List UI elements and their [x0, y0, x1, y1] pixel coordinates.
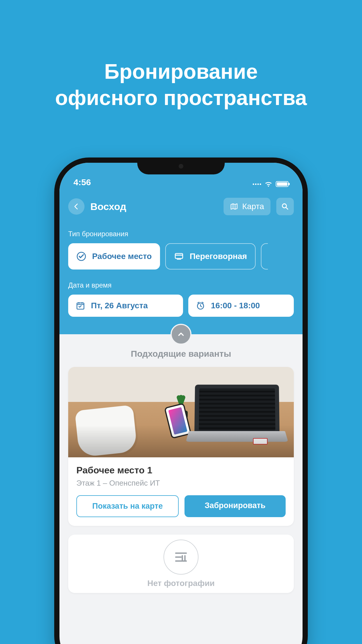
meeting-room-icon [174, 251, 184, 261]
workspace-card-floor: Этаж 1 [76, 479, 101, 487]
booking-type-meeting-room-label: Переговорная [190, 252, 247, 261]
booking-type-meeting-room[interactable]: Переговорная [165, 243, 256, 270]
arrow-left-icon [73, 203, 80, 210]
svg-rect-2 [175, 253, 183, 258]
chevron-up-icon [177, 330, 185, 339]
marketing-title-line2: офисного пространства [0, 85, 362, 111]
search-icon [281, 202, 289, 211]
workspace-card-actions: Показать на карте Забронировать [76, 495, 286, 517]
placeholder-label: Нет фотографии [147, 579, 215, 588]
no-photo-icon [164, 540, 198, 575]
date-value: Пт, 26 Августа [91, 301, 148, 310]
marketing-title-line1: Бронирование [0, 58, 362, 85]
calendar-check-icon [76, 301, 85, 310]
workspace-card-image [68, 367, 294, 457]
booking-type-workplace[interactable]: Рабочее место [68, 243, 160, 270]
workspace-card-subtitle: Этаж 1 – Опенспейс ИТ [76, 479, 286, 488]
phone-frame: 4:56 Восход Карта [54, 158, 308, 644]
phone-notch [137, 158, 225, 174]
booking-type-row: Рабочее место Переговорная [68, 243, 294, 270]
datetime-row: Пт, 26 Августа 16:00 - 18:00 [68, 295, 294, 317]
book-button[interactable]: Забронировать [184, 495, 286, 517]
time-picker[interactable]: 16:00 - 18:00 [188, 295, 294, 317]
results-label: Подходящие варианты [68, 349, 294, 359]
check-circle-icon [76, 251, 86, 261]
collapse-filters-button[interactable] [171, 324, 191, 345]
map-button[interactable]: Карта [224, 198, 270, 215]
clock-icon [196, 301, 205, 310]
workspace-card-title: Рабочее место 1 [76, 465, 286, 476]
time-value: 16:00 - 18:00 [211, 301, 260, 310]
filters-panel: 4:56 Восход Карта [59, 163, 303, 334]
workspace-card-placeholder[interactable]: Нет фотографии [68, 535, 294, 593]
workspace-card[interactable]: Рабочее место 1 Этаж 1 – Опенспейс ИТ По… [68, 367, 294, 526]
map-icon [230, 202, 238, 211]
map-button-label: Карта [242, 202, 264, 211]
search-button[interactable] [276, 198, 294, 215]
status-icons [253, 181, 289, 187]
app-screen: 4:56 Восход Карта [59, 163, 303, 644]
wifi-icon [264, 181, 273, 187]
battery-icon [276, 181, 289, 187]
page-title: Восход [90, 201, 218, 212]
header-row: Восход Карта [68, 189, 294, 218]
datetime-label: Дата и время [68, 281, 294, 289]
placeholder-body: Нет фотографии [68, 535, 294, 593]
booking-type-workplace-label: Рабочее место [92, 252, 152, 261]
date-picker[interactable]: Пт, 26 Августа [68, 295, 183, 317]
workspace-card-body: Рабочее место 1 Этаж 1 – Опенспейс ИТ По… [68, 457, 294, 526]
booking-type-more[interactable] [261, 243, 268, 270]
booking-type-label: Тип бронирования [68, 230, 294, 238]
back-button[interactable] [68, 198, 85, 215]
show-on-map-button[interactable]: Показать на карте [76, 495, 179, 517]
workspace-card-separator: – [101, 479, 109, 487]
cellular-icon [253, 183, 261, 185]
status-time: 4:56 [73, 177, 91, 187]
marketing-title: Бронирование офисного пространства [0, 0, 362, 111]
workspace-card-zone: Опенспейс ИТ [109, 479, 160, 487]
results-area: Подходящие варианты Рабочее место 1 Этаж… [59, 334, 303, 593]
